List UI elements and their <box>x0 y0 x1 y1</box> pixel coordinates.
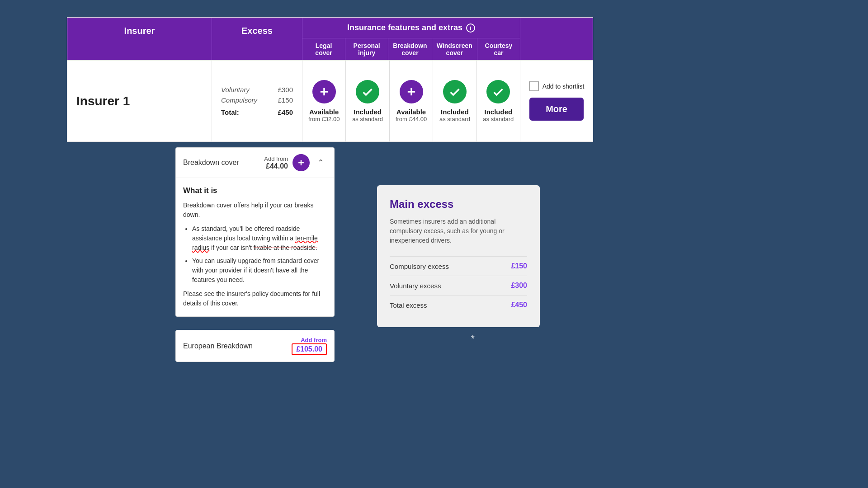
total-excess-item: Total excess £450 <box>390 295 527 314</box>
european-add-label: Add from <box>301 337 327 343</box>
total-excess-value: £450 <box>511 301 527 309</box>
total-label: Total: <box>221 108 239 116</box>
windscreen-label: Included <box>441 108 469 116</box>
info-icon[interactable]: i <box>466 23 475 33</box>
shortlist-label: Add to shortlist <box>542 82 585 90</box>
breakdown-panel-title: Breakdown cover <box>183 159 239 167</box>
breakdown-cover-panel: Breakdown cover Add from £44.00 ⌃ What i… <box>175 147 335 317</box>
feature-courtesy-car: Included as standard <box>477 61 520 141</box>
compulsory-value: £150 <box>278 96 293 104</box>
add-from-price: £44.00 <box>264 162 288 170</box>
col-breakdown-cover: Breakdowncover <box>388 38 432 60</box>
personal-injury-sublabel: as standard <box>352 116 383 122</box>
bullet-2: You can usually upgrade from standard co… <box>192 256 327 285</box>
total-excess-label: Total excess <box>390 301 427 309</box>
legal-label: Available <box>309 108 339 116</box>
breakdown-panel-header: Breakdown cover Add from £44.00 ⌃ <box>176 148 334 178</box>
bullet-1: As standard, you'll be offered roadside … <box>192 224 327 253</box>
add-from-label: Add from <box>264 155 288 162</box>
shortlist-checkbox[interactable] <box>529 81 539 91</box>
header-excess: Excess <box>212 18 302 60</box>
european-breakdown-panel: European Breakdown Add from £105.00 <box>175 330 335 362</box>
windscreen-sublabel: as standard <box>439 116 470 122</box>
panel-footer-note: Please see the insurer's policy document… <box>183 289 327 308</box>
excess-panel-title: Main excess <box>390 198 527 211</box>
personal-injury-included-icon <box>356 80 379 103</box>
breakdown-description: Breakdown cover offers help if your car … <box>183 201 327 220</box>
cell-actions: Add to shortlist More <box>520 61 593 141</box>
voluntary-excess-label: Voluntary excess <box>390 282 441 290</box>
total-value: £450 <box>278 108 293 116</box>
cell-excess: Voluntary £300 Compulsory £150 Total: £4… <box>212 61 302 141</box>
panel-collapse-button[interactable]: ⌃ <box>314 156 327 169</box>
features-title: Insurance features and extras i <box>302 18 520 38</box>
courtesy-car-label: Included <box>484 108 512 116</box>
header-insurer: Insurer <box>67 18 212 60</box>
compulsory-excess-item: Compulsory excess £150 <box>390 256 527 276</box>
breakdown-bullets: As standard, you'll be offered roadside … <box>192 224 327 285</box>
european-title: European Breakdown <box>183 342 253 350</box>
legal-sublabel: from £32.00 <box>308 116 340 122</box>
main-excess-panel: Main excess Sometimes insurers add an ad… <box>377 185 540 327</box>
breakdown-label: Available <box>396 108 426 116</box>
voluntary-label: Voluntary <box>221 86 250 94</box>
header-actions <box>520 18 593 60</box>
breakdown-panel-add: Add from £44.00 ⌃ <box>264 154 327 171</box>
cell-insurer: Insurer 1 <box>67 61 212 141</box>
what-it-is-title: What it is <box>183 186 327 195</box>
windscreen-included-icon <box>443 80 467 103</box>
courtesy-car-included-icon <box>486 80 510 103</box>
breakdown-add-button[interactable] <box>292 154 310 171</box>
col-legal-cover: Legal cover <box>302 38 345 60</box>
add-from-text: Add from £44.00 <box>264 155 288 170</box>
voluntary-value: £300 <box>278 86 293 94</box>
voluntary-excess-value: £300 <box>511 282 527 290</box>
insurer-name: Insurer 1 <box>76 94 130 108</box>
breakdown-sublabel: from £44.00 <box>396 116 427 122</box>
courtesy-car-sublabel: as standard <box>483 116 514 122</box>
feature-breakdown: Available from £44.00 <box>390 61 433 141</box>
col-personal-injury: Personalinjury <box>345 38 388 60</box>
feature-windscreen: Included as standard <box>433 61 476 141</box>
feature-legal: Available from £32.00 <box>302 61 346 141</box>
features-columns: Legal cover Personalinjury Breakdowncove… <box>302 38 520 60</box>
compulsory-excess-label: Compulsory excess <box>390 263 449 270</box>
more-button[interactable]: More <box>529 98 584 121</box>
european-add-price: £105.00 <box>292 343 327 355</box>
european-add: Add from £105.00 <box>292 337 327 355</box>
header-features: Insurance features and extras i Legal co… <box>302 18 520 60</box>
breakdown-available-icon[interactable] <box>400 80 423 103</box>
personal-injury-label: Included <box>354 108 382 116</box>
col-courtesy-car: Courtesy car <box>477 38 520 60</box>
shortlist-row: Add to shortlist <box>529 81 585 91</box>
legal-available-icon[interactable] <box>312 80 336 103</box>
breakdown-panel-body: What it is Breakdown cover offers help i… <box>176 178 334 316</box>
excess-panel-description: Sometimes insurers add an additional com… <box>390 217 527 245</box>
voluntary-excess-item: Voluntary excess £300 <box>390 276 527 295</box>
insurance-comparison-table: Insurer Excess Insurance features and ex… <box>67 17 593 142</box>
table-header: Insurer Excess Insurance features and ex… <box>67 18 593 60</box>
table-row: Insurer 1 Voluntary £300 Compulsory £150… <box>67 60 593 141</box>
feature-personal-injury: Included as standard <box>346 61 389 141</box>
compulsory-label: Compulsory <box>221 96 257 104</box>
col-windscreen-cover: Windscreencover <box>432 38 477 60</box>
asterisk-note: * <box>471 333 475 344</box>
compulsory-excess-value: £150 <box>511 262 527 270</box>
